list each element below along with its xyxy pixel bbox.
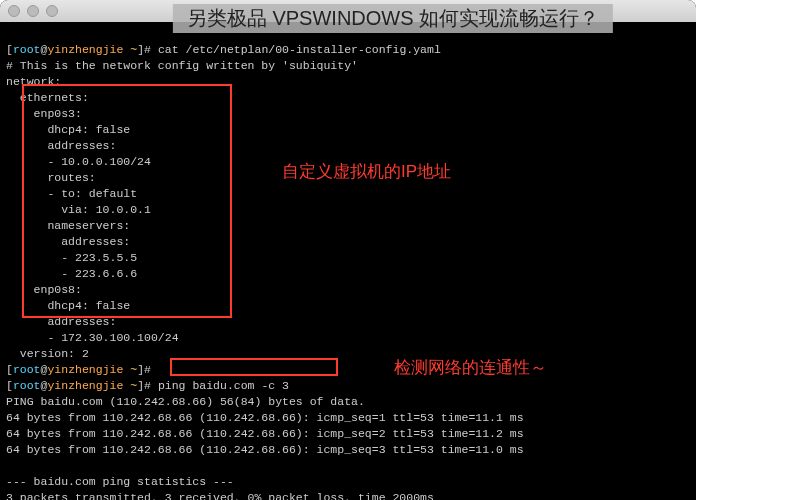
output-line: - to: default xyxy=(6,187,137,200)
prompt-line: [root@yinzhengjie ~]# cat /etc/netplan/0… xyxy=(6,43,441,56)
output-line: via: 10.0.0.1 xyxy=(6,203,151,216)
output-line: nameservers: xyxy=(6,219,130,232)
output-line: - 223.6.6.6 xyxy=(6,267,137,280)
output-line: network: xyxy=(6,75,61,88)
close-icon[interactable] xyxy=(8,5,20,17)
prompt-host: yinzhengjie xyxy=(47,43,123,56)
output-line: # This is the network config written by … xyxy=(6,59,358,72)
output-line: dhcp4: false xyxy=(6,123,130,136)
page-title: 另类极品 VPSWINDOWS 如何实现流畅运行？ xyxy=(173,4,613,33)
output-line: - 10.0.0.100/24 xyxy=(6,155,151,168)
prompt-user: root xyxy=(13,43,41,56)
output-line: ethernets: xyxy=(6,91,89,104)
zoom-icon[interactable] xyxy=(46,5,58,17)
cmd-cat: cat /etc/netplan/00-installer-config.yam… xyxy=(158,43,441,56)
output-line: addresses: xyxy=(6,315,116,328)
annotation-ip: 自定义虚拟机的IP地址 xyxy=(282,160,451,183)
output-line: addresses: xyxy=(6,139,116,152)
output-line: addresses: xyxy=(6,235,130,248)
output-line: 64 bytes from 110.242.68.66 (110.242.68.… xyxy=(6,427,524,440)
annotation-ping: 检测网络的连通性～ xyxy=(394,356,547,379)
output-line: PING baidu.com (110.242.68.66) 56(84) by… xyxy=(6,395,365,408)
minimize-icon[interactable] xyxy=(27,5,39,17)
output-line: routes: xyxy=(6,171,96,184)
terminal-window: [root@yinzhengjie ~]# cat /etc/netplan/0… xyxy=(0,0,696,500)
output-line: enp0s3: xyxy=(6,107,82,120)
output-line: --- baidu.com ping statistics --- xyxy=(6,475,234,488)
output-line: - 172.30.100.100/24 xyxy=(6,331,179,344)
output-line: 64 bytes from 110.242.68.66 (110.242.68.… xyxy=(6,411,524,424)
output-line: 3 packets transmitted, 3 received, 0% pa… xyxy=(6,491,434,500)
prompt-line: [root@yinzhengjie ~]# xyxy=(6,363,151,376)
prompt-line: [root@yinzhengjie ~]# ping baidu.com -c … xyxy=(6,379,289,392)
output-line: - 223.5.5.5 xyxy=(6,251,137,264)
output-line: dhcp4: false xyxy=(6,299,130,312)
output-line: version: 2 xyxy=(6,347,89,360)
terminal-body[interactable]: [root@yinzhengjie ~]# cat /etc/netplan/0… xyxy=(0,22,696,500)
cmd-ping: ping baidu.com -c 3 xyxy=(158,379,289,392)
output-line: 64 bytes from 110.242.68.66 (110.242.68.… xyxy=(6,443,524,456)
output-line: enp0s8: xyxy=(6,283,82,296)
